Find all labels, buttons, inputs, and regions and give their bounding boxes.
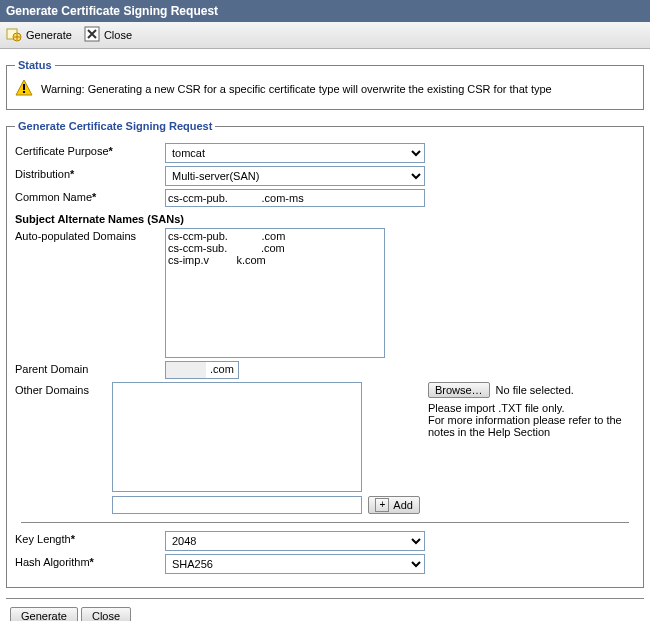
- hash-alg-select[interactable]: SHA256: [165, 554, 425, 574]
- other-domains-label: Other Domains: [15, 384, 89, 396]
- common-name-label: Common Name: [15, 191, 96, 203]
- browse-button[interactable]: Browse…: [428, 382, 490, 398]
- plus-icon: +: [375, 498, 389, 512]
- cert-purpose-label: Certificate Purpose: [15, 145, 113, 157]
- cert-purpose-select[interactable]: tomcat: [165, 143, 425, 163]
- parent-domain-field[interactable]: .com: [165, 361, 239, 379]
- other-domain-input[interactable]: [112, 496, 362, 514]
- add-domain-button[interactable]: + Add: [368, 496, 420, 514]
- close-button[interactable]: Close: [81, 607, 131, 621]
- status-fieldset: Status Warning: Generating a new CSR for…: [6, 59, 644, 110]
- distribution-select[interactable]: Multi-server(SAN): [165, 166, 425, 186]
- divider: [21, 522, 629, 523]
- san-heading: Subject Alternate Names (SANs): [15, 213, 635, 225]
- parent-domain-redacted: [166, 362, 206, 378]
- toolbar: Generate Close: [0, 22, 650, 49]
- add-label: Add: [393, 499, 413, 511]
- parent-domain-label: Parent Domain: [15, 363, 88, 375]
- svg-rect-3: [23, 84, 25, 90]
- status-warning-text: Warning: Generating a new CSR for a spec…: [41, 83, 552, 95]
- csr-form-legend: Generate Certificate Signing Request: [15, 120, 215, 132]
- import-help-2: For more information please refer to the…: [428, 414, 635, 438]
- auto-domains-textarea: cs-ccm-pub. .com cs-ccm-sub. .com cs-imp…: [165, 228, 385, 358]
- no-file-text: No file selected.: [496, 384, 574, 396]
- svg-rect-4: [23, 91, 25, 93]
- other-domains-textarea[interactable]: [112, 382, 362, 492]
- common-name-input[interactable]: [165, 189, 425, 207]
- import-help-1: Please import .TXT file only.: [428, 402, 635, 414]
- close-icon: [84, 26, 100, 44]
- generate-button[interactable]: Generate: [10, 607, 78, 621]
- key-length-label: Key Length: [15, 533, 75, 545]
- auto-domains-label: Auto-populated Domains: [15, 230, 136, 242]
- csr-form-fieldset: Generate Certificate Signing Request Cer…: [6, 120, 644, 588]
- parent-domain-suffix: .com: [206, 362, 238, 378]
- toolbar-generate-button[interactable]: Generate: [6, 26, 72, 44]
- generate-icon: [6, 26, 22, 44]
- page-title: Generate Certificate Signing Request: [0, 0, 650, 22]
- bottom-divider: [6, 598, 644, 599]
- hash-alg-label: Hash Algorithm: [15, 556, 94, 568]
- warning-icon: [15, 79, 33, 99]
- key-length-select[interactable]: 2048: [165, 531, 425, 551]
- toolbar-generate-label: Generate: [26, 29, 72, 41]
- status-legend: Status: [15, 59, 55, 71]
- toolbar-close-label: Close: [104, 29, 132, 41]
- toolbar-close-button[interactable]: Close: [84, 26, 132, 44]
- distribution-label: Distribution: [15, 168, 74, 180]
